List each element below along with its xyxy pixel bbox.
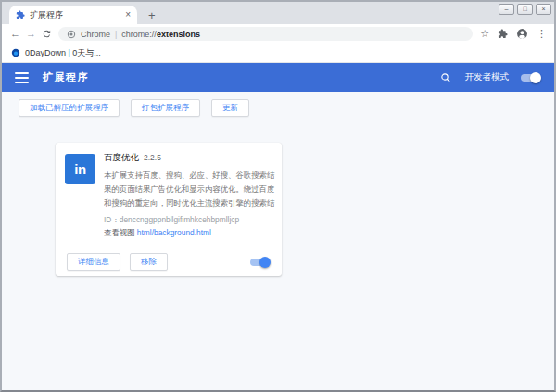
extension-views: 查看视图 html/background.html xyxy=(104,226,276,239)
developer-mode-toggle[interactable] xyxy=(519,72,541,83)
extension-id: ID：denccnggppnbllgifimhkcehbpmlljcp xyxy=(104,213,276,226)
chrome-logo-icon xyxy=(67,30,76,39)
update-button[interactable]: 更新 xyxy=(211,99,249,117)
profile-avatar-icon[interactable] xyxy=(516,28,528,40)
developer-mode-label: 开发者模式 xyxy=(465,71,510,83)
bookmarks-bar: 0DayDown | 0天与... xyxy=(2,44,554,63)
maximize-button[interactable]: □ xyxy=(517,4,533,15)
extension-icon: in xyxy=(65,154,95,184)
omnibox-url: chrome://extensions xyxy=(121,30,200,39)
browser-tab[interactable]: 扩展程序 × xyxy=(9,6,137,24)
extension-card: in 百度优化 2.2.5 本扩展支持百度、搜狗、必应、好搜、谷歌搜索结 果的页… xyxy=(56,143,282,276)
background-page-link[interactable]: html/background.html xyxy=(137,228,211,237)
bookmark-item[interactable]: 0DayDown | 0天与... xyxy=(25,47,101,59)
details-button[interactable]: 详细信息 xyxy=(67,253,120,271)
remove-button[interactable]: 移除 xyxy=(130,253,168,271)
omnibox-scheme: chrome:// xyxy=(121,30,157,39)
extension-puzzle-favicon xyxy=(16,10,25,19)
forward-icon[interactable]: → xyxy=(23,29,39,39)
extension-version: 2.2.5 xyxy=(144,153,161,162)
load-unpacked-button[interactable]: 加载已解压的扩展程序 xyxy=(19,99,120,117)
extensions-actions-row: 加载已解压的扩展程序 打包扩展程序 更新 xyxy=(2,92,554,124)
omnibox-separator: | xyxy=(115,30,117,39)
tab-strip: 扩展程序 × + – □ × xyxy=(2,2,554,24)
new-tab-button[interactable]: + xyxy=(148,9,156,21)
hamburger-menu-icon[interactable] xyxy=(15,72,29,83)
minimize-button[interactable]: – xyxy=(499,4,514,15)
extensions-page-header: 扩展程序 开发者模式 xyxy=(2,63,554,92)
extension-card-body: in 百度优化 2.2.5 本扩展支持百度、搜狗、必应、好搜、谷歌搜索结 果的页… xyxy=(56,143,282,247)
extension-description: 本扩展支持百度、搜狗、必应、好搜、谷歌搜索结 果的页面结果广告优化和显示内容优化… xyxy=(104,169,276,210)
extension-card-footer: 详细信息 移除 xyxy=(56,247,282,276)
close-window-button[interactable]: × xyxy=(536,4,551,15)
toolbar-actions: ☆ ⋮ xyxy=(480,28,549,40)
extensions-menu-icon[interactable] xyxy=(498,29,508,39)
browser-menu-icon[interactable]: ⋮ xyxy=(537,29,547,39)
views-label: 查看视图 xyxy=(104,228,135,237)
browser-window: 扩展程序 × + – □ × ← → Chrome | chrome://ext… xyxy=(0,0,556,392)
window-controls: – □ × xyxy=(499,4,551,15)
extension-name: 百度优化 xyxy=(104,152,139,164)
extension-info: 百度优化 2.2.5 本扩展支持百度、搜狗、必应、好搜、谷歌搜索结 果的页面结果… xyxy=(104,152,276,239)
reload-icon[interactable] xyxy=(39,29,55,39)
omnibox-product: Chrome xyxy=(81,30,110,39)
page-title: 扩展程序 xyxy=(43,70,89,84)
bookmark-favicon xyxy=(11,48,20,57)
browser-toolbar: ← → Chrome | chrome://extensions ☆ xyxy=(2,24,554,44)
back-icon[interactable]: ← xyxy=(7,29,23,39)
tab-title: 扩展程序 xyxy=(30,9,120,21)
omnibox-host: extensions xyxy=(157,30,200,39)
pack-extension-button[interactable]: 打包扩展程序 xyxy=(131,99,200,117)
search-icon[interactable] xyxy=(440,72,451,83)
address-bar[interactable]: Chrome | chrome://extensions xyxy=(58,27,473,41)
bookmark-star-icon[interactable]: ☆ xyxy=(480,29,489,39)
extension-enabled-toggle[interactable] xyxy=(248,257,271,268)
extensions-page: 扩展程序 开发者模式 加载已解压的扩展程序 打包扩展程序 更新 in 百度优化 xyxy=(2,63,554,390)
tab-close-icon[interactable]: × xyxy=(125,10,131,19)
